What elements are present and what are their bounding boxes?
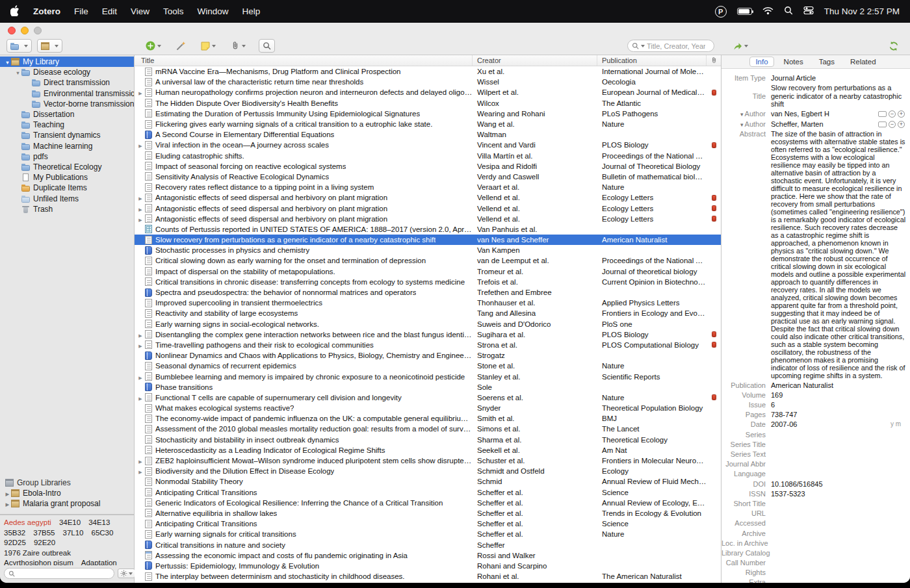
field-value[interactable]: 10.1086/516845	[771, 480, 910, 489]
table-row[interactable]: Anticipating Critical Transitions Scheff…	[135, 487, 721, 498]
table-row[interactable]: Seasonal dynamics of recurrent epidemics…	[135, 361, 721, 371]
table-row[interactable]: Eluding catastrophic shifts. Villa Martí…	[135, 151, 721, 161]
expand-triangle-icon[interactable]	[138, 331, 142, 339]
menu-item[interactable]: File	[74, 6, 88, 16]
collection-row[interactable]: pdfs	[0, 151, 134, 162]
field-value[interactable]: 169	[771, 391, 910, 400]
zoom-window-button[interactable]	[34, 27, 42, 34]
table-row[interactable]: Early warning signs in social-ecological…	[135, 319, 721, 329]
add-author-button[interactable]	[898, 121, 905, 128]
table-row[interactable]: Pertussis: Epidemiology, Immunology & Ev…	[135, 561, 721, 571]
expand-triangle-icon[interactable]	[138, 88, 142, 96]
table-row[interactable]: Impact of seasonal forcing on reactive e…	[135, 161, 721, 172]
expand-triangle-icon[interactable]	[138, 141, 142, 149]
expand-triangle-icon[interactable]	[138, 205, 142, 212]
field-value[interactable]: van Nes, Egbert H	[771, 110, 878, 118]
table-row[interactable]: Antagonistic effects of seed dispersal a…	[135, 214, 721, 224]
collection-row[interactable]: Trash	[0, 204, 134, 214]
expand-row-control[interactable]	[137, 141, 144, 149]
expand-triangle-icon[interactable]	[138, 215, 142, 223]
field-value[interactable]: Slow recovery from perturbations as a ge…	[771, 84, 910, 109]
tag-item[interactable]: 92D25	[4, 539, 26, 546]
column-header-attachment[interactable]	[707, 55, 721, 66]
table-row[interactable]: A Second Course in Elementary Differenti…	[135, 129, 721, 140]
column-header-title[interactable]: Title	[135, 55, 473, 66]
close-window-button[interactable]	[8, 27, 16, 34]
group-library-row[interactable]: Ebola-Intro	[0, 488, 134, 498]
table-row[interactable]: Nonmodal Stability Theory Schmid Annual …	[135, 476, 721, 487]
quick-search-input[interactable]	[647, 42, 705, 50]
tag-item[interactable]: 35B32	[4, 529, 25, 537]
item-pane-tab[interactable]: Tags	[813, 57, 840, 67]
add-author-button[interactable]	[898, 110, 905, 118]
table-row[interactable]: Disentangling the complex gene interacti…	[135, 329, 721, 340]
expand-triangle-icon[interactable]	[138, 194, 142, 201]
tag-filter-input[interactable]	[18, 570, 110, 578]
tag-item[interactable]: Acyrthosiphon pisum	[4, 559, 73, 565]
table-row[interactable]: Flickering gives early warning signals o…	[135, 119, 721, 129]
table-row[interactable]: Assessment of the 2010 global measles mo…	[135, 424, 721, 434]
table-row[interactable]: Improved supercooling in transient therm…	[135, 298, 721, 308]
expand-triangle-icon[interactable]	[138, 467, 142, 475]
field-value[interactable]: The size of the basin of attraction in e…	[771, 130, 910, 379]
collection-row[interactable]: Direct transmission	[0, 77, 134, 88]
new-collection-button[interactable]	[6, 39, 32, 53]
table-row[interactable]: mRNA Vaccine Era—Mechanisms, Drug Platfo…	[135, 66, 721, 77]
table-row[interactable]: Spectra and pseudospectra: the behavior …	[135, 287, 721, 298]
table-row[interactable]: Critical slowing down as early warning f…	[135, 255, 721, 266]
table-row[interactable]: A universal law of the characteristic re…	[135, 77, 721, 87]
control-center-icon[interactable]	[803, 5, 814, 18]
sync-button[interactable]	[887, 39, 901, 53]
apple-menu-icon[interactable]	[10, 5, 20, 18]
collection-row[interactable]: Vector-borne transmission	[0, 99, 134, 109]
tag-item[interactable]: Adaptation	[81, 559, 117, 565]
table-row[interactable]: The economy-wide impact of pandemic infl…	[135, 413, 721, 424]
table-row[interactable]: Assessing the economic impact and costs …	[135, 550, 721, 561]
tag-item[interactable]: 34E10	[59, 518, 81, 526]
column-header-publication[interactable]: Publication	[597, 55, 707, 66]
table-row[interactable]: Early warning signals for critical trans…	[135, 529, 721, 539]
table-row[interactable]: Heteroscedasticity as a Leading Indicato…	[135, 445, 721, 455]
tag-item[interactable]: 37L10	[63, 529, 84, 537]
1password-icon[interactable]: P	[715, 6, 727, 18]
collection-row[interactable]: Disease ecology	[0, 67, 134, 77]
collection-row[interactable]: Dissertation	[0, 109, 134, 120]
spotlight-icon[interactable]	[784, 6, 793, 17]
table-row[interactable]: Recovery rates reflect distance to a tip…	[135, 182, 721, 192]
table-row[interactable]: Alternative equilibria in shallow lakes …	[135, 508, 721, 518]
field-value[interactable]: Scheffer, Marten	[771, 120, 878, 129]
collection-row[interactable]: Unfiled Items	[0, 193, 134, 203]
expand-row-control[interactable]	[137, 457, 144, 465]
expand-triangle-icon[interactable]	[138, 394, 142, 402]
expand-triangle-icon[interactable]	[138, 457, 142, 465]
menu-item[interactable]: Edit	[102, 6, 117, 16]
menu-item[interactable]: Window	[198, 6, 229, 16]
table-row[interactable]: Impact of dispersal on the stability of …	[135, 266, 721, 277]
table-row[interactable]: Anticipating Critical Transitions Scheff…	[135, 518, 721, 529]
single-field-toggle[interactable]	[878, 111, 887, 117]
table-row[interactable]: Biodiversity and the Dilution Effect in …	[135, 466, 721, 476]
table-row[interactable]: Slow recovery from perturbations as a ge…	[135, 235, 721, 245]
tag-item[interactable]: 34E13	[88, 518, 110, 526]
disclosure-triangle-icon[interactable]	[14, 68, 21, 77]
expand-row-control[interactable]	[137, 331, 144, 339]
expand-row-control[interactable]	[137, 215, 144, 223]
add-by-identifier-button[interactable]	[174, 39, 188, 53]
menu-item[interactable]: Help	[242, 6, 261, 16]
field-value[interactable]: 738-747	[771, 411, 910, 419]
collection-row[interactable]: Duplicate Items	[0, 183, 134, 193]
table-row[interactable]: Functional T cells are capable of supern…	[135, 392, 721, 403]
expand-row-control[interactable]	[137, 467, 144, 475]
menu-item[interactable]: View	[131, 6, 150, 16]
collection-row[interactable]: Teaching	[0, 120, 134, 130]
table-row[interactable]: Critical transitions in nature and socie…	[135, 539, 721, 550]
table-row[interactable]: ZEB2 haploinsufficient Mowat–Wilson synd…	[135, 455, 721, 466]
expand-row-control[interactable]	[137, 394, 144, 402]
table-row[interactable]: Phase transitions Sole	[135, 382, 721, 392]
field-value[interactable]: American Naturalist	[771, 381, 910, 390]
item-pane-tab[interactable]: Info	[749, 57, 774, 67]
disclosure-triangle-icon[interactable]	[4, 489, 11, 498]
table-row[interactable]: Reactivity and stability of large ecosys…	[135, 308, 721, 318]
wifi-icon[interactable]	[762, 6, 774, 17]
collection-row[interactable]: Environmental transmission	[0, 88, 134, 99]
